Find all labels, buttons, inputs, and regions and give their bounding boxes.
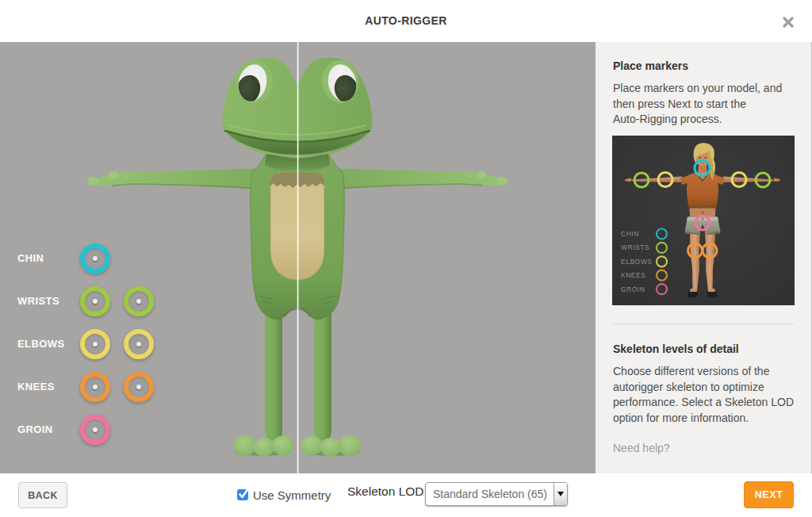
marker-label-chin: CHIN — [17, 252, 44, 264]
skeleton-lod-label: Skeleton LOD — [347, 484, 424, 499]
legend-label-knees: KNEES — [621, 271, 645, 279]
use-symmetry-checkbox[interactable]: Use Symmetry — [237, 481, 331, 508]
place-markers-heading: Place markers — [613, 59, 688, 72]
back-button[interactable]: BACK — [18, 482, 67, 508]
model-viewport[interactable]: CHINWRISTSELBOWSKNEESGROIN — [0, 42, 596, 473]
use-symmetry-label: Use Symmetry — [253, 488, 331, 502]
legend-label-wrists: WRISTS — [621, 243, 649, 251]
next-button[interactable]: NEXT — [744, 481, 794, 508]
skeleton-lod-selected-value: Standard Skeleton (65) — [426, 483, 554, 505]
need-help-link[interactable]: Need help? — [613, 442, 670, 454]
dialog-header: AUTO-RIGGER — [0, 0, 812, 42]
marker-ring-wrists-2[interactable] — [124, 286, 154, 316]
marker-ring-wrists-1[interactable] — [80, 286, 110, 316]
marker-ring-chin-1[interactable] — [80, 243, 110, 274]
legend-label-chin: CHIN — [621, 230, 639, 238]
marker-ring-knees-2[interactable] — [124, 372, 154, 402]
legend-label-groin: GROIN — [621, 285, 645, 293]
sidebar-divider — [613, 324, 794, 324]
close-icon[interactable] — [779, 13, 797, 31]
marker-palette: CHINWRISTSELBOWSKNEESGROIN — [0, 42, 596, 473]
marker-label-groin: GROIN — [17, 423, 53, 435]
skeleton-lod-text: Choose different versions of the autorig… — [613, 364, 803, 426]
select-dropdown-arrow-icon[interactable] — [553, 483, 567, 505]
marker-placement-example-image: CHINWRISTSELBOWSKNEESGROIN — [612, 136, 795, 305]
checkbox-checked-icon[interactable] — [237, 489, 248, 500]
marker-label-knees: KNEES — [17, 381, 55, 393]
marker-label-elbows: ELBOWS — [17, 338, 64, 350]
auto-rigger-dialog: AUTO-RIGGER — [0, 0, 812, 517]
marker-label-wrists: WRISTS — [17, 295, 59, 307]
place-markers-text: Place markers on your model, and then pr… — [613, 81, 803, 128]
footer-bar: BACK Use Symmetry Skeleton LOD Standard … — [0, 473, 812, 517]
marker-ring-elbows-1[interactable] — [80, 329, 110, 359]
dialog-title: AUTO-RIGGER — [0, 0, 812, 42]
sidebar: Place markers Place markers on your mode… — [596, 42, 811, 473]
skeleton-lod-select[interactable]: Standard Skeleton (65) — [425, 482, 568, 506]
marker-ring-elbows-2[interactable] — [124, 329, 154, 359]
legend-label-elbows: ELBOWS — [621, 258, 652, 266]
marker-ring-knees-1[interactable] — [80, 372, 110, 402]
skeleton-lod-heading: Skeleton levels of detail — [613, 343, 739, 355]
marker-ring-groin-1[interactable] — [80, 415, 110, 445]
